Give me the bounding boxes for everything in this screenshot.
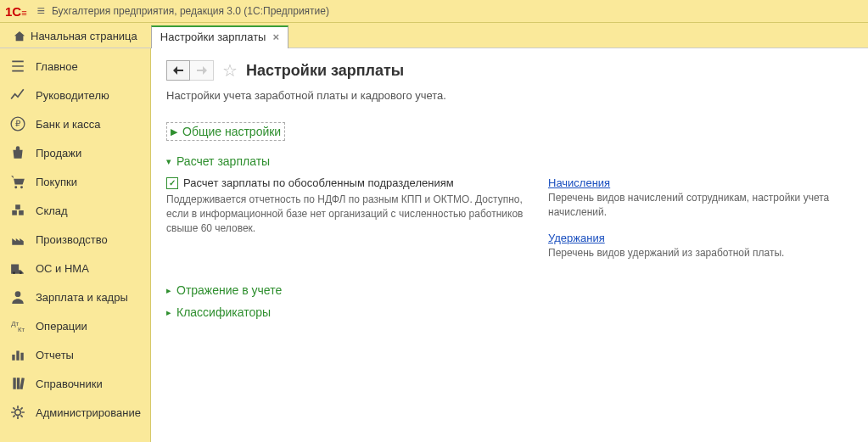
hint-deductions: Перечень видов удержаний из заработной п…	[548, 246, 853, 260]
sidebar-item-label: Продажи	[36, 147, 81, 159]
svg-point-9	[15, 291, 21, 297]
svg-text:₽: ₽	[15, 119, 21, 128]
nav-back-button[interactable]	[166, 60, 190, 81]
bars-icon	[10, 347, 25, 362]
svg-point-18	[15, 410, 21, 416]
svg-rect-5	[19, 210, 24, 215]
tab-home-label: Начальная страница	[31, 30, 137, 42]
sidebar-item-purchases[interactable]: Покупки	[0, 167, 150, 196]
link-accruals[interactable]: Начисления	[548, 176, 610, 189]
sidebar-item-label: Покупки	[36, 176, 77, 188]
page-subtitle: Настройки учета заработной платы и кадро…	[166, 89, 853, 102]
cart-icon	[10, 174, 25, 189]
tab-home[interactable]: Начальная страница	[3, 25, 148, 48]
sidebar-item-sales[interactable]: Продажи	[0, 138, 150, 167]
app-title: Бухгалтерия предприятия, редакция 3.0 (1…	[52, 5, 329, 17]
svg-rect-16	[17, 378, 20, 389]
sidebar-item-warehouse[interactable]: Склад	[0, 196, 150, 225]
section-label: Классификаторы	[176, 305, 271, 319]
checkbox-label: Расчет зарплаты по обособленным подразде…	[183, 176, 454, 189]
sidebar-item-label: Администрирование	[36, 406, 141, 419]
svg-rect-12	[12, 355, 14, 361]
sidebar-item-salary[interactable]: Зарплата и кадры	[0, 283, 150, 311]
tab-label: Настройки зарплаты	[160, 31, 266, 43]
chevron-right-icon: ▶	[171, 126, 177, 137]
svg-rect-6	[15, 204, 20, 210]
section-common[interactable]: ▶ Общие настройки	[166, 122, 285, 141]
chart-line-icon	[10, 87, 25, 103]
section-label: Отражение в учете	[176, 283, 282, 297]
sidebar-item-label: ОС и НМА	[36, 262, 89, 275]
tabs-bar: Начальная страница Настройки зарплаты ×	[0, 23, 868, 48]
svg-point-2	[14, 186, 17, 188]
arrow-right-icon	[196, 65, 208, 76]
svg-text:Кт: Кт	[18, 326, 25, 333]
arrow-left-icon	[172, 65, 184, 76]
sidebar-item-references[interactable]: Справочники	[0, 369, 150, 398]
sidebar-item-label: Руководителю	[36, 89, 109, 102]
link-deductions[interactable]: Удержания	[548, 232, 605, 244]
sidebar-item-admin[interactable]: Администрирование	[0, 398, 150, 427]
svg-point-3	[20, 186, 23, 188]
person-icon	[10, 289, 25, 305]
gear-icon	[10, 405, 25, 420]
sidebar-item-label: Производство	[36, 233, 108, 246]
checkbox-separate-divisions[interactable]: ✓	[166, 177, 178, 189]
chevron-right-icon: ▸	[166, 285, 171, 296]
svg-rect-4	[12, 210, 17, 215]
home-icon	[14, 31, 25, 42]
section-label: Расчет зарплаты	[176, 154, 270, 168]
sidebar-item-reports[interactable]: Отчеты	[0, 340, 150, 369]
svg-rect-15	[13, 378, 15, 389]
sidebar-item-label: Склад	[36, 204, 68, 217]
truck-icon	[10, 260, 25, 276]
checkbox-hint: Поддерживается отчетность по НДФЛ по раз…	[166, 193, 540, 235]
books-icon	[10, 376, 25, 391]
sidebar-item-label: Банк и касса	[36, 118, 101, 131]
svg-rect-17	[20, 378, 25, 389]
section-label: Общие настройки	[182, 125, 281, 138]
sidebar-item-bank[interactable]: ₽ Банк и касса	[0, 109, 150, 138]
app-logo-icon: 1C≡	[5, 4, 27, 19]
sidebar-item-main[interactable]: Главное	[0, 52, 150, 81]
sidebar-item-operations[interactable]: ДтКт Операции	[0, 311, 150, 340]
operations-icon: ДтКт	[10, 318, 25, 333]
section-reflect[interactable]: ▸ Отражение в учете	[166, 283, 853, 297]
bag-icon	[10, 145, 25, 160]
list-icon	[10, 59, 25, 74]
page-title: Настройки зарплаты	[246, 62, 404, 80]
close-icon[interactable]: ×	[272, 31, 279, 43]
sidebar-item-assets[interactable]: ОС и НМА	[0, 254, 150, 283]
main-content: ☆ Настройки зарплаты Настройки учета зар…	[151, 48, 868, 442]
sidebar-item-production[interactable]: Производство	[0, 225, 150, 254]
nav-forward-button[interactable]	[190, 60, 214, 81]
section-calc[interactable]: ▾ Расчет зарплаты	[166, 154, 853, 168]
sidebar-item-manager[interactable]: Руководителю	[0, 81, 150, 109]
svg-rect-13	[16, 351, 19, 361]
sidebar-item-label: Главное	[36, 60, 78, 73]
sidebar-item-label: Справочники	[36, 378, 103, 390]
svg-point-7	[13, 271, 15, 274]
sidebar-item-label: Отчеты	[36, 349, 74, 361]
sidebar: Главное Руководителю ₽ Банк и касса Прод…	[0, 48, 151, 442]
section-classifiers[interactable]: ▸ Классификаторы	[166, 305, 853, 319]
menu-icon[interactable]: ≡	[37, 3, 45, 19]
titlebar: 1C≡ ≡ Бухгалтерия предприятия, редакция …	[0, 0, 868, 23]
boxes-icon	[10, 203, 25, 218]
chevron-right-icon: ▸	[166, 307, 171, 318]
ruble-icon: ₽	[10, 116, 25, 131]
sidebar-item-label: Зарплата и кадры	[36, 291, 128, 304]
hint-accruals: Перечень видов начислений сотрудникам, н…	[548, 191, 853, 220]
chevron-down-icon: ▾	[166, 156, 171, 167]
svg-point-8	[20, 271, 22, 274]
tab-salary-settings[interactable]: Настройки зарплаты ×	[151, 25, 288, 48]
factory-icon	[10, 232, 25, 247]
sidebar-item-label: Операции	[36, 320, 87, 333]
svg-rect-14	[20, 353, 23, 361]
star-icon[interactable]: ☆	[222, 60, 238, 81]
